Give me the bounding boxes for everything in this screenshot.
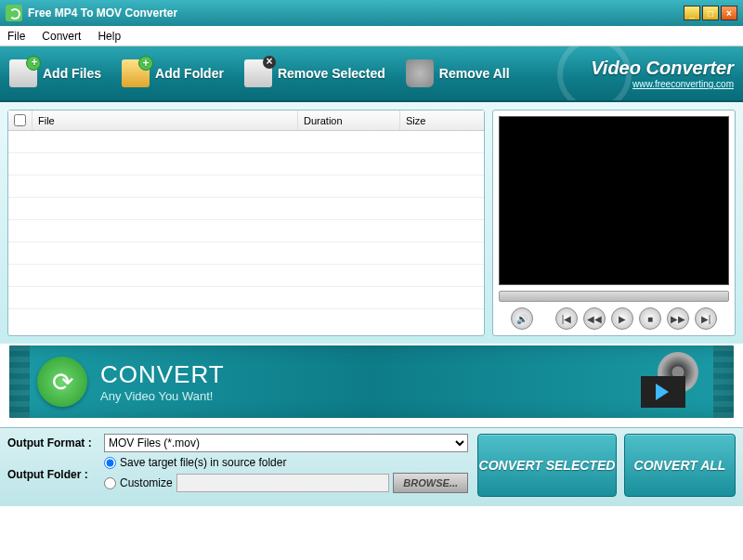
output-format-label: Output Format : <box>7 436 104 449</box>
table-row <box>8 242 484 265</box>
menu-file[interactable]: File <box>7 30 25 43</box>
table-row <box>8 176 484 198</box>
add-files-label: Add Files <box>43 66 101 81</box>
save-in-source-radio[interactable] <box>104 457 116 469</box>
remove-selected-label: Remove Selected <box>278 66 385 81</box>
file-list: File Duration Size <box>7 110 485 336</box>
prev-track-button[interactable]: |◀ <box>555 307 578 330</box>
video-reel-icon <box>641 356 706 408</box>
add-folder-icon <box>122 59 150 87</box>
app-logo-icon <box>6 5 22 21</box>
browse-button[interactable]: BROWSE... <box>393 473 468 493</box>
convert-banner: ⟳ CONVERT Any Video You Want! <box>7 344 736 420</box>
add-folder-label: Add Folder <box>155 66 224 81</box>
menu-help[interactable]: Help <box>98 30 121 43</box>
minimize-button[interactable]: _ <box>684 6 700 20</box>
select-all-checkbox[interactable] <box>14 114 26 126</box>
maximize-button[interactable]: □ <box>702 6 719 20</box>
column-size[interactable]: Size <box>400 111 484 130</box>
column-duration[interactable]: Duration <box>298 111 400 130</box>
menu-bar: File Convert Help <box>0 26 743 46</box>
player-controls: 🔊 |◀ ◀◀ ▶ ■ ▶▶ ▶| <box>499 307 729 330</box>
convert-all-button[interactable]: CONVERT ALL <box>624 434 736 497</box>
window-title: Free MP4 To MOV Converter <box>28 7 177 20</box>
volume-button[interactable]: 🔊 <box>511 307 533 330</box>
add-files-icon <box>9 59 37 87</box>
preview-panel: 🔊 |◀ ◀◀ ▶ ■ ▶▶ ▶| <box>492 110 736 336</box>
remove-selected-button[interactable]: Remove Selected <box>244 59 385 87</box>
next-track-button[interactable]: ▶| <box>695 307 717 330</box>
film-strip-icon <box>713 345 734 418</box>
output-format-select[interactable]: MOV Files (*.mov) <box>104 434 468 452</box>
play-button[interactable]: ▶ <box>611 307 633 330</box>
banner-subtitle: Any Video You Want! <box>100 389 225 403</box>
forward-button[interactable]: ▶▶ <box>667 307 689 330</box>
title-bar: Free MP4 To MOV Converter _ □ × <box>0 0 743 26</box>
trash-icon <box>406 59 434 87</box>
table-row <box>8 287 484 309</box>
output-folder-label: Output Folder : <box>7 468 104 481</box>
remove-selected-icon <box>244 59 272 87</box>
seek-bar[interactable] <box>499 291 729 302</box>
close-button[interactable]: × <box>721 6 737 20</box>
table-row <box>8 131 484 153</box>
file-list-rows <box>8 131 484 335</box>
column-file[interactable]: File <box>33 111 298 130</box>
save-in-source-label: Save target file(s) in source folder <box>120 456 286 469</box>
output-section: Output Format : MOV Files (*.mov) Output… <box>0 427 743 506</box>
custom-path-input[interactable] <box>176 474 390 492</box>
add-folder-button[interactable]: Add Folder <box>122 59 224 87</box>
table-row <box>8 220 484 242</box>
convert-icon: ⟳ <box>37 357 87 407</box>
film-reel-icon <box>557 46 632 102</box>
file-list-header: File Duration Size <box>8 111 484 131</box>
convert-selected-button[interactable]: CONVERT SELECTED <box>477 434 617 497</box>
toolbar: Add Files Add Folder Remove Selected Rem… <box>0 46 743 102</box>
preview-screen <box>499 116 729 285</box>
customize-radio[interactable] <box>104 477 116 489</box>
menu-convert[interactable]: Convert <box>42 30 81 43</box>
rewind-button[interactable]: ◀◀ <box>583 307 606 330</box>
table-row <box>8 198 484 220</box>
banner-title: CONVERT <box>100 360 225 389</box>
remove-all-label: Remove All <box>439 66 510 81</box>
add-files-button[interactable]: Add Files <box>9 59 101 87</box>
film-strip-icon <box>9 345 30 418</box>
stop-button[interactable]: ■ <box>639 307 661 330</box>
customize-label: Customize <box>120 476 173 489</box>
table-row <box>8 153 484 176</box>
table-row <box>8 265 484 287</box>
remove-all-button[interactable]: Remove All <box>406 59 510 87</box>
